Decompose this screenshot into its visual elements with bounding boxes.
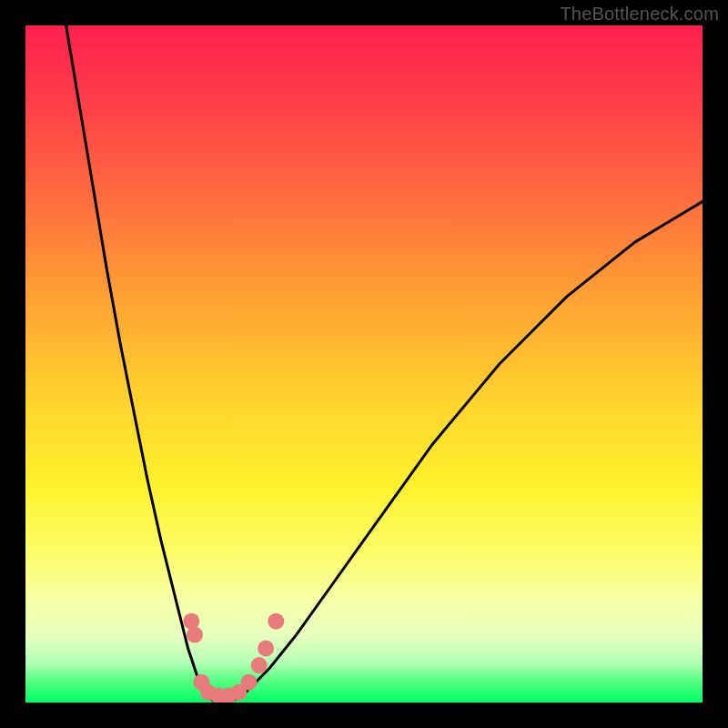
marker-point xyxy=(187,627,203,643)
marker-point xyxy=(258,641,274,657)
watermark-text: TheBottleneck.com xyxy=(560,4,719,25)
chart-svg xyxy=(25,25,703,703)
chart-frame: TheBottleneck.com xyxy=(0,0,728,728)
chart-curves xyxy=(66,25,703,703)
marker-point xyxy=(241,674,258,691)
marker-point xyxy=(251,657,268,673)
chart-markers xyxy=(183,613,284,703)
curve-right-curve xyxy=(228,201,703,703)
marker-point xyxy=(268,613,284,630)
chart-plot-area xyxy=(25,25,703,703)
curve-left-curve xyxy=(66,25,216,703)
